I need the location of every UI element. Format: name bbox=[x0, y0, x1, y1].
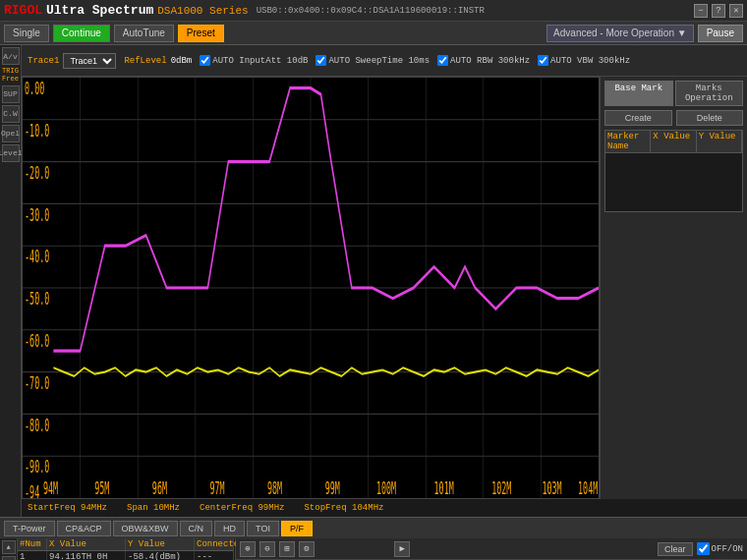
table-section: ▲ ▼ Operation #Num X Value Y Value Conne… bbox=[0, 538, 236, 560]
scroll-down-button[interactable]: ▼ bbox=[2, 556, 16, 560]
product-name: Ultra Spectrum bbox=[46, 3, 153, 18]
row-num: 1 bbox=[18, 551, 47, 560]
clear-button[interactable]: Clear bbox=[658, 542, 693, 556]
single-button[interactable]: Single bbox=[4, 25, 49, 42]
off-on-checkbox[interactable] bbox=[697, 542, 710, 555]
bottom-graph-toolbar: ⊕ ⊖ ⊞ ⚙ ▶ Clear OFF/ON bbox=[236, 538, 747, 560]
row-y: -58.4(dBm) bbox=[126, 551, 195, 560]
auto-rbw-label: AUTO RBW 300kHz bbox=[450, 56, 530, 66]
svg-text:-94: -94 bbox=[25, 481, 39, 498]
level-button[interactable]: Level bbox=[2, 144, 20, 162]
data-table-panel: #Num X Value Y Value Connected 1 94.116T… bbox=[18, 538, 234, 560]
spectrum-main: 0.00 -10.0 -20.0 -30.0 -40.0 -50.0 -60.0… bbox=[22, 77, 747, 499]
pf-tab[interactable]: P/F bbox=[281, 521, 313, 536]
sup-button[interactable]: SUP bbox=[2, 85, 20, 103]
ref-level-value: 0dBm bbox=[171, 56, 193, 66]
svg-text:-40.0: -40.0 bbox=[25, 247, 49, 266]
svg-text:-50.0: -50.0 bbox=[25, 289, 49, 308]
svg-text:102M: 102M bbox=[491, 477, 511, 497]
autotune-button[interactable]: AutoTune bbox=[114, 25, 174, 42]
marker-table-body bbox=[604, 153, 743, 212]
svg-text:94M: 94M bbox=[43, 477, 58, 497]
auto-vbw-checkbox[interactable] bbox=[538, 55, 548, 66]
auto-rbw-checkbox[interactable] bbox=[437, 55, 448, 66]
rp-action-buttons: Create Delete bbox=[604, 110, 743, 126]
table-header: #Num X Value Y Value Connected bbox=[18, 538, 233, 551]
start-freq-label: StartFreq 94MHz bbox=[28, 503, 107, 513]
auto-input-att-label: AUTO InputAtt 10dB bbox=[212, 56, 308, 66]
usb-info: USB0::0x0400::0x09C4::DSA1A119600019::IN… bbox=[257, 6, 694, 16]
hd-tab[interactable]: HD bbox=[214, 521, 245, 536]
content-area: A/v TRIGFree SUP C.W Opel Level Trace1 T… bbox=[0, 45, 747, 517]
zoom-out-button[interactable]: ⊖ bbox=[259, 541, 275, 557]
spectrum-graph: 0.00 -10.0 -20.0 -30.0 -40.0 -50.0 -60.0… bbox=[22, 77, 600, 499]
trace-label: Trace1 bbox=[28, 56, 59, 66]
off-on-label: OFF/ON bbox=[712, 544, 743, 554]
preset-button[interactable]: Preset bbox=[178, 25, 224, 42]
span-label: Span 10MHz bbox=[127, 503, 180, 513]
play-button[interactable]: ▶ bbox=[394, 541, 410, 557]
y-col-header: Y Value bbox=[126, 538, 195, 550]
pause-button[interactable]: Pause bbox=[698, 25, 743, 42]
grid-button[interactable]: ⊞ bbox=[279, 541, 295, 557]
pf-tabs: T-Power CP&ACP OBW&XBW C/N HD TOI P/F bbox=[0, 517, 747, 538]
cn-tab[interactable]: C/N bbox=[180, 521, 213, 536]
bottom-split: ▲ ▼ Operation #Num X Value Y Value Conne… bbox=[0, 538, 747, 560]
num-col-header: #Num bbox=[18, 538, 47, 550]
left-sidebar: A/v TRIGFree SUP C.W Opel Level bbox=[0, 45, 22, 517]
spectrum-controls: Trace1 Trace1 RefLevel 0dBm AUTO InputAt… bbox=[22, 45, 747, 77]
x-col-header: X Value bbox=[47, 538, 126, 550]
delete-button[interactable]: Delete bbox=[676, 110, 744, 126]
svg-text:-30.0: -30.0 bbox=[25, 204, 49, 224]
right-panel-tabs: Base Mark Marks Operation bbox=[604, 81, 743, 106]
zoom-in-button[interactable]: ⊕ bbox=[240, 541, 256, 557]
obwxbw-tab[interactable]: OBW&XBW bbox=[113, 521, 178, 536]
auto-sweep-time-label: AUTO SweepTime 10ms bbox=[328, 56, 430, 66]
svg-text:-60.0: -60.0 bbox=[25, 330, 49, 350]
row-x: 94.116TH 0H bbox=[47, 551, 126, 560]
ref-level-label: RefLevel bbox=[124, 56, 166, 66]
bottom-left-buttons: ▲ ▼ Operation bbox=[0, 538, 18, 560]
cw-button[interactable]: C.W bbox=[2, 105, 20, 123]
marker-table-header: Marker Name X Value Y Value bbox=[604, 130, 743, 153]
right-panel: Base Mark Marks Operation Create Delete … bbox=[600, 77, 747, 499]
window-controls: − ? ✕ bbox=[694, 4, 743, 18]
title-bar: RIGOL Ultra Spectrum DSA1000 Series USB0… bbox=[0, 0, 747, 22]
bottom-graph-panel: ⊕ ⊖ ⊞ ⚙ ▶ Clear OFF/ON bbox=[236, 538, 747, 560]
svg-text:95M: 95M bbox=[94, 477, 109, 497]
continue-button[interactable]: Continue bbox=[53, 25, 110, 42]
svg-text:101M: 101M bbox=[434, 477, 454, 497]
svg-text:-90.0: -90.0 bbox=[25, 457, 49, 476]
base-mark-tab[interactable]: Base Mark bbox=[604, 81, 673, 106]
toi-tab[interactable]: TOI bbox=[247, 521, 279, 536]
create-button[interactable]: Create bbox=[604, 110, 672, 126]
settings-icon[interactable]: ⚙ bbox=[299, 541, 315, 557]
table-row: 1 94.116TH 0H -58.4(dBm) --- bbox=[18, 551, 233, 560]
svg-text:-10.0: -10.0 bbox=[25, 120, 49, 140]
scroll-up-button[interactable]: ▲ bbox=[2, 540, 16, 554]
svg-text:97M: 97M bbox=[209, 477, 224, 497]
tpower-tab[interactable]: T-Power bbox=[4, 521, 55, 536]
opel-button[interactable]: Opel bbox=[2, 125, 20, 142]
freq-labels: StartFreq 94MHz Span 10MHz CenterFreq 99… bbox=[22, 499, 747, 517]
avg-button[interactable]: A/v bbox=[2, 47, 20, 65]
series-label: DSA1000 Series bbox=[157, 5, 248, 17]
main-toolbar: Single Continue AutoTune Preset Advanced… bbox=[0, 22, 747, 45]
marker-name-header: Marker Name bbox=[605, 131, 651, 152]
svg-text:103M: 103M bbox=[542, 477, 561, 497]
minimize-button[interactable]: − bbox=[694, 4, 708, 18]
trace-select[interactable]: Trace1 bbox=[63, 53, 116, 69]
cpacp-tab[interactable]: CP&ACP bbox=[57, 521, 111, 536]
advanced-button[interactable]: Advanced - More Operation ▼ bbox=[546, 25, 694, 42]
svg-text:96M: 96M bbox=[152, 477, 167, 497]
close-button[interactable]: ✕ bbox=[729, 4, 743, 18]
help-button[interactable]: ? bbox=[712, 4, 725, 18]
marks-operation-tab[interactable]: Marks Operation bbox=[675, 81, 744, 106]
svg-text:-20.0: -20.0 bbox=[25, 162, 49, 182]
svg-text:100M: 100M bbox=[376, 477, 396, 497]
auto-sweep-time-checkbox[interactable] bbox=[316, 55, 326, 66]
spectrum-svg: 0.00 -10.0 -20.0 -30.0 -40.0 -50.0 -60.0… bbox=[23, 78, 599, 498]
x-value-header: X Value bbox=[651, 131, 696, 152]
auto-input-att-checkbox[interactable] bbox=[200, 55, 210, 66]
table-body: 1 94.116TH 0H -58.4(dBm) --- 2 95.25M(Hz… bbox=[18, 551, 233, 560]
